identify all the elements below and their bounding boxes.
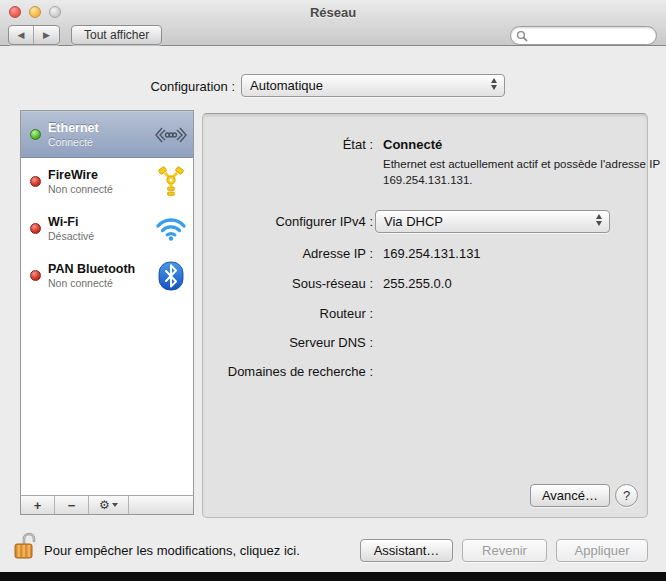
sidebar-item-wi-fi[interactable]: Wi-FiDésactivé [21,205,193,252]
gear-menu-button[interactable]: ⚙ [89,496,129,514]
back-button[interactable]: ◀ [9,26,34,44]
revert-button: Revenir [462,539,547,562]
nav-segmented-control: ◀ ▶ [8,25,60,45]
interface-sidebar: EthernetConnectéFireWireNon connectéWi-F… [20,110,194,515]
ipv4-label: Configurer IPv4 : [203,214,373,229]
bluetooth-icon [154,259,188,293]
info-label: Sous-réseau : [203,276,373,291]
sidebar-item-pan-bluetooth[interactable]: PAN BluetoothNon connecté [21,252,193,299]
interface-detail-panel: État : Connecté Ethernet est actuellemen… [202,113,648,518]
interface-status: Non connecté [48,277,135,289]
wifi-icon [154,212,188,246]
interface-list: EthernetConnectéFireWireNon connectéWi-F… [21,111,193,299]
search-field[interactable] [510,26,657,45]
add-interface-button[interactable]: + [21,496,55,514]
show-all-button[interactable]: Tout afficher [71,25,162,45]
popup-arrows-icon [596,214,602,226]
ethernet-icon [154,118,188,152]
window-titlebar: Réseau ◀ ▶ Tout afficher [0,0,666,46]
interface-status: Connecté [48,136,99,148]
lock-hint-text: Pour empêcher les modifications, cliquez… [44,543,300,558]
status-label: État : [203,137,373,152]
interface-name: Wi-Fi [48,215,94,230]
popup-arrows-icon [491,78,497,90]
firewire-icon [154,165,188,199]
status-dot [30,129,41,140]
ipv4-value: Via DHCP [384,214,443,229]
info-label: Domaines de recherche : [203,364,373,379]
info-value: 169.254.131.131 [383,246,481,261]
remove-interface-button[interactable]: − [55,496,89,514]
sidebar-item-ethernet[interactable]: EthernetConnecté [21,111,193,158]
info-value: 255.255.0.0 [383,276,452,291]
gear-icon: ⚙ [99,498,110,512]
info-label: Routeur : [203,306,373,321]
interface-name: FireWire [48,168,113,183]
info-label: Adresse IP : [203,246,373,261]
sidebar-item-firewire[interactable]: FireWireNon connecté [21,158,193,205]
status-value: Connecté [383,137,442,152]
status-dot [30,270,41,281]
interface-status: Désactivé [48,230,94,242]
chevron-down-icon [112,503,118,507]
info-label: Serveur DNS : [203,335,373,350]
window-title: Réseau [0,5,666,20]
assistant-button[interactable]: Assistant… [360,539,453,562]
interface-name: PAN Bluetooth [48,262,135,277]
status-dot [30,223,41,234]
status-dot [30,176,41,187]
interface-status: Non connecté [48,183,113,195]
search-input[interactable] [531,30,646,42]
help-button[interactable]: ? [615,484,638,507]
configuration-value: Automatique [250,78,323,93]
forward-button[interactable]: ▶ [34,26,59,44]
advanced-button[interactable]: Avancé… [530,484,610,507]
ipv4-popup[interactable]: Via DHCP [375,210,610,233]
interface-name: Ethernet [48,121,99,136]
lock-open-icon[interactable] [13,531,39,561]
desktop-edge [0,572,666,581]
configuration-popup[interactable]: Automatique [241,74,505,97]
search-icon [516,30,528,42]
apply-button: Appliquer [556,539,648,562]
sidebar-action-bar: + − ⚙ [21,495,193,514]
status-description: Ethernet est actuellement actif et possè… [383,156,666,188]
configuration-label: Configuration : [0,79,235,94]
